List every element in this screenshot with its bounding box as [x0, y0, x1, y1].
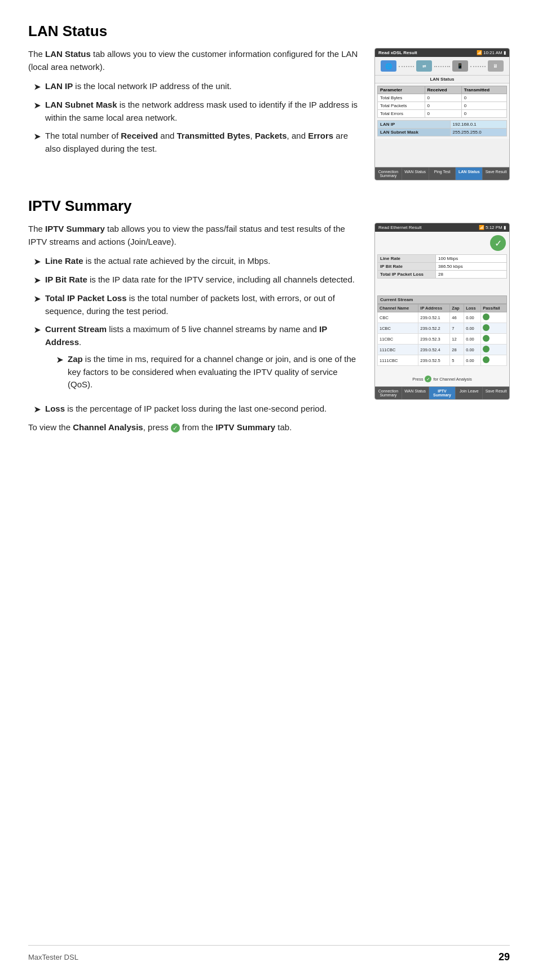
tab-connection-summary[interactable]: Connection Summary — [375, 167, 402, 180]
globe-icon-item: 🌐 — [381, 60, 396, 73]
pass-icon — [483, 346, 490, 352]
iptv-summary-text: The IPTV Summary tab allows you to view … — [28, 223, 363, 440]
iptv-device-body: ✓ Line Rate 100 Mbps IP Bit Rate 386.50 … — [375, 232, 509, 386]
channel-analysis-note: To view the Channel Analysis, press ✓ fr… — [28, 421, 363, 434]
table-row: 11CBC 239.0.52.3 12 0.00 — [378, 334, 507, 345]
table-row: IP Bit Rate 386.50 kbps — [378, 263, 507, 271]
signal-icon: 📶 — [477, 50, 482, 55]
router-icon: 🖥 — [488, 60, 504, 72]
table-row: Total IP Packet Loss 28 — [378, 271, 507, 279]
bullet-lan-ip: ➤ LAN IP is the local network IP address… — [34, 80, 363, 93]
iptv-info-table: Line Rate 100 Mbps IP Bit Rate 386.50 kb… — [377, 254, 507, 279]
bullet-current-stream: ➤ Current Stream lists a maximum of 5 li… — [34, 323, 363, 397]
iptv-bullets: ➤ Line Rate is the actual rate achieved … — [34, 255, 363, 397]
table-row: CBC 239.0.52.1 46 0.00 — [378, 312, 507, 323]
iptv-summary-heading: IPTV Summary — [28, 197, 510, 215]
bullet-line-rate: ➤ Line Rate is the actual rate achieved … — [34, 255, 363, 268]
router-icon-item: 🖥 — [488, 60, 504, 73]
page-content: LAN Status The LAN Status tab allows you… — [0, 0, 538, 491]
page-footer: MaxTester DSL 29 — [28, 945, 510, 963]
tab-wan-status[interactable]: WAN Status — [402, 167, 429, 180]
lan-device-label: LAN Status — [375, 76, 509, 83]
table-row: LAN Subnet Mask 255.255.255.0 — [378, 129, 507, 136]
iptv-pass-icon: ✓ — [490, 235, 506, 251]
table-row: 1CBC 239.0.52.2 7 0.00 — [378, 323, 507, 334]
lan-device-mockup: Read xDSL Result 📶 10:21 AM ▮ 🌐 ⇄ — [374, 48, 510, 180]
iptv-spacer — [377, 281, 507, 292]
table-row: Total Errors 0 0 — [378, 110, 507, 118]
phone-icon: 📱 — [452, 60, 468, 72]
iptv-summary-intro: The IPTV Summary tab allows you to view … — [28, 223, 363, 248]
tab-lan-status[interactable]: LAN Status — [456, 167, 483, 180]
iptv-device-header: Read Ethernet Result 📶 5:12 PM ▮ — [375, 223, 509, 232]
iptv-summary-row: The IPTV Summary tab allows you to view … — [28, 223, 510, 440]
device-icon-item: 📱 — [452, 60, 468, 73]
table-row: Total Packets 0 0 — [378, 102, 507, 110]
dotted-line3 — [470, 66, 486, 67]
tab-save-result[interactable]: Save Result — [483, 167, 509, 180]
bullet-total-ip-packet-loss: ➤ Total IP Packet Loss is the total numb… — [34, 292, 363, 317]
battery-icon: ▮ — [504, 50, 506, 55]
battery-icon: ▮ — [504, 225, 506, 230]
tab-join-leave[interactable]: Join Leave — [456, 387, 483, 399]
bullet-lan-subnet: ➤ LAN Subnet Mask is the network address… — [34, 99, 363, 124]
tab-iptv-summary[interactable]: IPTV Summary — [429, 387, 456, 399]
lan-device-icons: 🌐 ⇄ 📱 🖥 — [375, 57, 509, 76]
table-row: 1111CBC 239.0.52.5 5 0.00 — [378, 355, 507, 366]
iptv-footer-tabs: Connection Summary WAN Status IPTV Summa… — [375, 386, 509, 399]
pass-icon — [483, 335, 490, 342]
col-received: Received — [425, 86, 461, 94]
iptv-sub-bullets: ➤ Zap is the time in ms, required for a … — [56, 353, 363, 391]
connection-icon-item: ⇄ — [416, 60, 432, 73]
table-row: LAN IP 192.168.0.1 — [378, 121, 507, 129]
iptv-summary-section: IPTV Summary The IPTV Summary tab allows… — [28, 197, 510, 440]
bullet-zap: ➤ Zap is the time in ms, required for a … — [56, 353, 363, 391]
pass-icon — [483, 324, 490, 331]
lan-table-header-row: Parameter Received Transmitted — [378, 86, 507, 94]
lan-status-section: LAN Status The LAN Status tab allows you… — [28, 23, 510, 180]
iptv-device-mockup: Read Ethernet Result 📶 5:12 PM ▮ ✓ — [374, 223, 510, 400]
lan-status-text: The LAN Status tab allows you to view th… — [28, 48, 363, 161]
pass-icon — [483, 356, 490, 363]
iptv-stream-header-row: Channel Name IP Address Zap Loss Pass/fa… — [378, 304, 507, 312]
col-transmitted: Transmitted — [461, 86, 506, 94]
iptv-stream-table: Channel Name IP Address Zap Loss Pass/fa… — [377, 304, 507, 366]
connection-icon: ⇄ — [416, 60, 432, 72]
lan-device-header: Read xDSL Result 📶 10:21 AM ▮ — [375, 48, 509, 57]
lan-status-intro: The LAN Status tab allows you to view th… — [28, 48, 363, 73]
tab-save-result-iptv[interactable]: Save Result — [483, 387, 509, 399]
lan-status-bullets: ➤ LAN IP is the local network IP address… — [34, 80, 363, 155]
iptv-stream-header: Current Stream — [377, 295, 507, 304]
lan-status-heading: LAN Status — [28, 23, 510, 40]
col-parameter: Parameter — [378, 86, 425, 94]
page-number: 29 — [499, 951, 510, 963]
footer-label: MaxTester DSL — [28, 953, 78, 961]
lan-footer-tabs: Connection Summary WAN Status Ping Test … — [375, 167, 509, 180]
bullet-ip-bit-rate: ➤ IP Bit Rate is the IP data rate for th… — [34, 273, 363, 286]
dotted-line2 — [434, 66, 449, 67]
lan-stats-table: Parameter Received Transmitted Total Byt… — [377, 86, 507, 118]
check-icon: ✓ — [171, 423, 180, 432]
globe-icon: 🌐 — [381, 60, 396, 72]
pass-icon — [483, 314, 490, 320]
dotted-line — [399, 66, 414, 67]
signal-icon: 📶 — [479, 225, 484, 230]
iptv-loss-bullet: ➤ Loss is the percentage of IP packet lo… — [34, 403, 363, 416]
lan-empty-space — [375, 139, 509, 167]
lan-table-container: Parameter Received Transmitted Total Byt… — [375, 83, 509, 139]
lan-info-table: LAN IP 192.168.0.1 LAN Subnet Mask 255.2… — [377, 120, 507, 136]
table-row: Total Bytes 0 0 — [378, 94, 507, 102]
tab-wan-status-iptv[interactable]: WAN Status — [402, 387, 429, 399]
bullet-loss: ➤ Loss is the percentage of IP packet lo… — [34, 403, 363, 416]
tab-connection-summary-iptv[interactable]: Connection Summary — [375, 387, 402, 399]
bullet-received-transmitted: ➤ The total number of Received and Trans… — [34, 130, 363, 155]
table-row: 111CBC 239.0.52.4 28 0.00 — [378, 345, 507, 355]
press-channel-analysis-note: Press ✓ for Channel Analysis — [377, 374, 507, 384]
lan-status-row: The LAN Status tab allows you to view th… — [28, 48, 510, 180]
table-row: Line Rate 100 Mbps — [378, 255, 507, 263]
tab-ping-test[interactable]: Ping Test — [429, 167, 456, 180]
press-check-icon: ✓ — [425, 376, 431, 382]
